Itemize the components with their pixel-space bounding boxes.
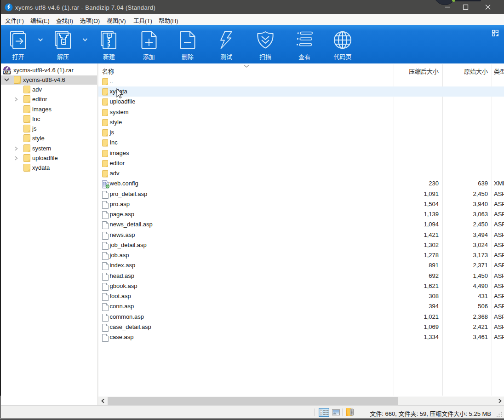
svg-text:RAR: RAR (4, 71, 11, 74)
